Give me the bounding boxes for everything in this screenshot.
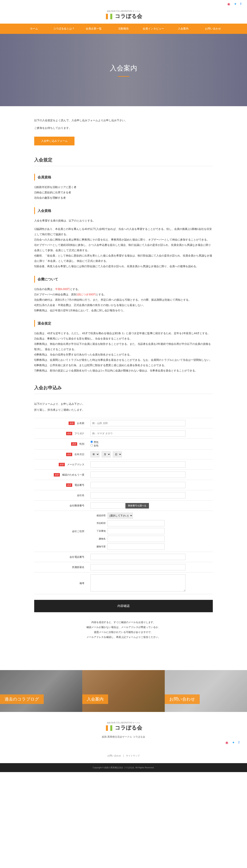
form-note: 以下のフォームより、お申し込み下さい。 折り返し、担当者よりご連絡いたします。 xyxy=(34,402,213,412)
hero-banner: 入会案内 xyxy=(0,34,247,106)
nav-item-0[interactable]: ホーム xyxy=(19,24,49,34)
apply-block: 入会を希望する者の資格は、以下のとおりとする。 1)協調性があり、本会員との和を… xyxy=(34,218,213,269)
footer-name: 姫路 異業種交流会サークル コラぼる会 xyxy=(0,735,247,739)
footer-link[interactable]: お問い合わせ xyxy=(107,754,121,757)
list-item: 4)事務局は、当会の信用を失墜する行為を行った会員を除名させることができる。 xyxy=(34,352,213,357)
city-input[interactable] xyxy=(108,520,165,526)
kana-label: フリガナ xyxy=(74,432,84,435)
email-label: メールアドレス xyxy=(67,463,84,466)
rules-heading: 入会規定 xyxy=(34,157,213,166)
nav-item-1[interactable]: コラぼる会とは？ xyxy=(49,24,79,34)
application-form: 必須お名前 必須フリガナ 必須性別 男性 女性 必須生年月日 年 月 日 必須メ… xyxy=(34,418,213,594)
list-item: 5)事務局は、会員間においてトラブルが発生した時は当事会員を退会させることができ… xyxy=(34,357,213,363)
email-input[interactable] xyxy=(91,461,185,468)
apply-lead: 入会を希望する者の資格は、以下のとおりとする。 xyxy=(34,218,213,223)
required-badge: 必須 xyxy=(66,453,72,456)
company-zip-input[interactable] xyxy=(91,502,125,509)
list-item: 3)当会の趣旨を理解する者 xyxy=(34,195,213,200)
required-badge: 必須 xyxy=(66,484,72,487)
footer-social: ◉ ✦ f xyxy=(0,739,247,747)
company-input[interactable] xyxy=(91,492,185,498)
nav-item-5[interactable]: 入会案内 xyxy=(168,24,198,34)
page-title: 入会案内 xyxy=(110,64,137,77)
company-tel-label: 会社電話番号 xyxy=(70,555,84,559)
nav-item-3[interactable]: 活動報告 xyxy=(108,24,138,34)
gender-female-option[interactable]: 女性 xyxy=(91,444,99,447)
note-textarea[interactable] xyxy=(91,575,185,591)
list-item: 4)支払済の入会金・半期会費は、正式会員の資格の喪失その他いかなる場合にも返金し… xyxy=(34,302,213,308)
name-input[interactable] xyxy=(91,420,185,426)
logo-tagline: 姫路 BtoB COLLABORATION サークル xyxy=(0,10,247,12)
required-badge: 必須 xyxy=(71,442,77,446)
top-social-bar: ◉ ✦ f xyxy=(0,0,247,8)
fee-subheading: 会費について xyxy=(34,276,213,283)
gender-female-radio[interactable] xyxy=(91,444,93,446)
note-label: 備考 xyxy=(79,582,84,585)
required-badge: 必須 xyxy=(69,422,75,425)
instagram-icon[interactable]: ◉ xyxy=(227,2,230,6)
withdraw-subheading: 退会規定 xyxy=(34,320,213,327)
dept-input[interactable] xyxy=(91,564,185,570)
nav-item-4[interactable]: 会員インタビュー xyxy=(139,24,168,34)
list-item: 3)事務局は、例会の例会出席が半分以下の会員に退会を勧告することができる。また、… xyxy=(34,341,213,352)
list-item: 7)事務局は、前項の規定により会員除名を行った場合は1ヶ月以内に会議が開催されな… xyxy=(34,368,213,373)
pref-select[interactable]: [選択して下さい] xyxy=(108,513,133,519)
footer-card-0[interactable]: 過去のコラブログ xyxy=(0,670,82,712)
birth-month-select[interactable]: 月 xyxy=(102,452,111,457)
intro-line-2: ご参加をお待ちしております。 xyxy=(34,125,213,130)
list-item: 2)当会への入会に興味がある者は事前に事務局にその旨を伝え、事務局長が認めた場合… xyxy=(34,237,213,242)
list-item: 4)最初、「仮会員」として例会に意欲的に出席を果たした後に会員を希望する場合は、… xyxy=(34,253,213,264)
intro-block: 以下の入会規定をよく読んで、入会申し込みフォームよりお申し込み下さい。 ご参加を… xyxy=(34,118,213,145)
tel-label: 電話番号 xyxy=(74,484,84,487)
gender-male-option[interactable]: 男性 xyxy=(91,441,99,444)
submit-button[interactable]: 内容確認 xyxy=(34,600,213,612)
dept-label: 所属部署名 xyxy=(72,566,84,569)
required-badge: 必須 xyxy=(66,432,72,435)
fee-list: 1)当会の会費は、半期6,000円とする。2)オブザーバーの例会会費は、原則1回… xyxy=(34,286,213,313)
tel-input[interactable] xyxy=(91,482,185,488)
facebook-icon[interactable]: f xyxy=(240,2,241,6)
footer-card-2[interactable]: お問い合わせ xyxy=(165,670,247,712)
list-item: 5)退会後、再度入会を希望した場合には執行部会議にて入会の是非が語られ、役員全員… xyxy=(34,264,213,269)
footer-card-1[interactable]: 入会案内 xyxy=(82,670,165,712)
zip-lookup-button[interactable]: 郵便番号を調べる xyxy=(126,503,149,508)
logo-text: ❚❚ コラぼる会 xyxy=(0,12,247,20)
main-nav: ホームコラぼる会とは？会員企業一覧活動報告会員インタビュー入会案内お問い合わせ xyxy=(0,24,247,34)
gender-male-radio[interactable] xyxy=(91,440,93,443)
header-logo: 姫路 BtoB COLLABORATION サークル ❚❚ コラぼる会 xyxy=(0,8,247,24)
required-badge: 必須 xyxy=(59,463,65,466)
footer-link-cards: 過去のコラブログ入会案内お問い合わせ xyxy=(0,670,247,712)
facebook-icon[interactable]: f xyxy=(239,741,239,744)
required-badge: 必須 xyxy=(54,473,60,476)
nav-item-6[interactable]: お問い合わせ xyxy=(198,24,228,34)
email-confirm-input[interactable] xyxy=(91,472,185,478)
birth-day-select[interactable]: 日 xyxy=(113,452,122,457)
list-item: 2)会員は、事務局にいつでも退会する旨を通知し、当会を退会することができる。 xyxy=(34,336,213,341)
instagram-icon[interactable]: ◉ xyxy=(225,741,228,744)
list-item: 3)会費の納付は、原則1月と7月の例会時に行う。また、所定口座への振込も可能とす… xyxy=(34,297,213,302)
company-label: 会社名 xyxy=(77,494,84,497)
company-tel-input[interactable] xyxy=(91,554,185,560)
list-item: 5)事務局は、会計年度の翌年1月例会において、会員に対し会計報告を行う。 xyxy=(34,308,213,313)
list-item: 2)例会に意欲的に出席できる者 xyxy=(34,190,213,195)
birth-year-select[interactable]: 年 xyxy=(91,452,99,457)
twitter-icon[interactable]: ✦ xyxy=(232,741,235,744)
footer-links: お問い合わせ | サイトマップ xyxy=(0,754,247,757)
street-input[interactable] xyxy=(108,528,165,534)
twitter-icon[interactable]: ✦ xyxy=(234,2,237,6)
room-input[interactable] xyxy=(108,544,165,550)
list-item: 1)会員は、43才を定年とする。ただし、43才で役員を務める場合は第2条 1）に… xyxy=(34,331,213,336)
form-heading: 入会お申込み xyxy=(34,384,213,394)
after-submit-note: 内容を送信すると、すぐに確認のメールをお送りします。確認メールが届かない場合は、… xyxy=(34,620,213,640)
nav-item-2[interactable]: 会員企業一覧 xyxy=(79,24,108,34)
list-item: 3)オブザーバーとして連続2回例会に参加し、かつ入会申込書を提出した場合、執行会… xyxy=(34,242,213,253)
kana-input[interactable] xyxy=(91,430,185,437)
apply-form-button[interactable]: 入会申し込みフォーム xyxy=(34,137,74,145)
qualify-subheading: 会員資格 xyxy=(34,174,213,181)
withdraw-list: 1)会員は、43才を定年とする。ただし、43才で役員を務める場合は第2条 1）に… xyxy=(34,331,213,373)
footer-link[interactable]: サイトマップ xyxy=(126,754,140,757)
list-item: 1)当会の会費は、半期6,000円とする。 xyxy=(34,286,213,292)
building-input[interactable] xyxy=(108,536,165,542)
intro-line-1: 以下の入会規定をよく読んで、入会申し込みフォームよりお申し込み下さい。 xyxy=(34,118,213,123)
company-zip-label: 会社郵便番号 xyxy=(70,504,84,507)
